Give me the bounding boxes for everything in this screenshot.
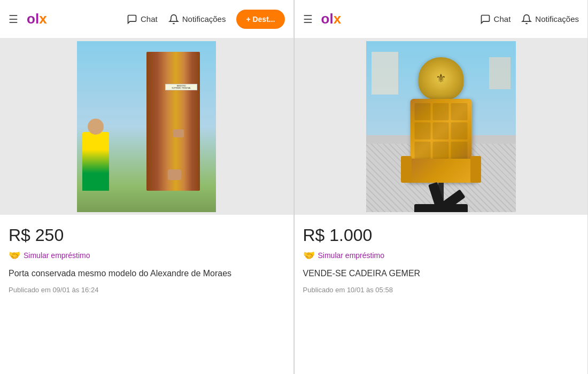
armrest-left <box>401 156 412 183</box>
bell-icon-left <box>168 14 179 25</box>
coat-of-arms-badge: ⚜ <box>418 57 463 100</box>
hamburger-icon-right[interactable]: ☰ <box>303 13 313 26</box>
door-label-plate: MINISTROSUPREMO TRIBUNAL <box>165 84 197 90</box>
chair-image-container: ⚜ <box>366 41 516 212</box>
person1 <box>82 132 109 191</box>
tuft-2 <box>433 103 449 120</box>
left-publish-date: Publicado em 09/01 às 16:24 <box>9 286 285 294</box>
logo-l: l <box>35 11 39 27</box>
logo-x-right: x <box>334 11 341 27</box>
chat-icon-left <box>127 14 137 25</box>
loan-icon-left: 🤝 <box>9 250 20 261</box>
hand-lower <box>168 169 181 180</box>
right-price: R$ 1.000 <box>303 225 579 245</box>
tuft-6 <box>451 122 467 139</box>
olx-logo-right[interactable]: olx <box>321 11 342 27</box>
tuft-grid <box>410 99 471 163</box>
left-product-image: MINISTROSUPREMO TRIBUNAL <box>0 38 293 215</box>
chat-nav-item-left[interactable]: Chat <box>127 14 158 25</box>
tuft-7 <box>414 142 430 159</box>
destaque-button-left[interactable]: + Dest... <box>236 10 284 29</box>
nav-links-right: Chat Notificações <box>480 14 579 25</box>
right-simulate-loan[interactable]: 🤝 Simular empréstimo <box>303 250 579 261</box>
left-simulate-loan[interactable]: 🤝 Simular empréstimo <box>9 250 285 261</box>
left-price: R$ 250 <box>9 225 285 245</box>
notifications-nav-item-left[interactable]: Notificações <box>168 14 226 25</box>
notifications-nav-item-right[interactable]: Notificações <box>521 14 579 25</box>
tuft-4 <box>414 122 430 139</box>
logo-l-right: l <box>329 11 333 27</box>
logo-o: o <box>27 11 35 27</box>
nav-links-left: Chat Notificações + Dest... <box>127 10 284 29</box>
left-navbar: ☰ olx Chat Notificações + Dest... <box>0 0 293 38</box>
left-product-info: R$ 250 🤝 Simular empréstimo Porta conser… <box>0 215 293 374</box>
loan-icon-right: 🤝 <box>303 250 315 261</box>
right-product-info: R$ 1.000 🤝 Simular empréstimo VENDE-SE C… <box>295 215 588 374</box>
chair-seat-cushion <box>406 159 476 183</box>
tuft-3 <box>451 103 467 120</box>
tuft-5 <box>433 122 449 139</box>
left-simulate-label: Simular empréstimo <box>24 251 90 260</box>
right-product-image: ⚜ <box>295 38 588 215</box>
bell-icon-right <box>521 14 532 25</box>
left-panel: ☰ olx Chat Notificações + Dest... <box>0 0 294 374</box>
right-publish-date: Publicado em 10/01 às 05:58 <box>303 286 579 294</box>
left-product-title: Porta conservada mesmo modelo do Alexand… <box>9 268 285 279</box>
chat-label-left: Chat <box>141 14 158 24</box>
right-simulate-label: Simular empréstimo <box>318 251 384 260</box>
right-navbar: ☰ olx Chat Notificações <box>295 0 588 38</box>
building2 <box>489 57 510 89</box>
right-product-title: VENDE-SE CADEIRA GEMER <box>303 268 579 279</box>
notifications-label-right: Notificações <box>535 14 579 24</box>
hand-upper <box>173 129 184 137</box>
door-image-container: MINISTROSUPREMO TRIBUNAL <box>77 41 216 212</box>
tuft-1 <box>414 103 430 120</box>
logo-x: x <box>39 11 47 27</box>
chat-icon-right <box>480 14 491 25</box>
right-panel: ☰ olx Chat Notificações <box>295 0 589 374</box>
door-background: MINISTROSUPREMO TRIBUNAL <box>77 41 216 212</box>
chair-background: ⚜ <box>366 41 516 212</box>
chair-backrest <box>410 99 471 163</box>
logo-o-right: o <box>321 11 330 27</box>
chat-nav-item-right[interactable]: Chat <box>480 14 511 25</box>
chat-label-right: Chat <box>494 14 511 24</box>
olx-logo[interactable]: olx <box>27 11 47 27</box>
armrest-right <box>470 156 481 183</box>
coat-of-arms-container: ⚜ <box>418 57 463 100</box>
tuft-8 <box>433 142 449 159</box>
building1 <box>372 52 398 95</box>
hamburger-icon[interactable]: ☰ <box>9 13 18 26</box>
notifications-label-left: Notificações <box>182 14 226 24</box>
tuft-9 <box>451 142 467 159</box>
